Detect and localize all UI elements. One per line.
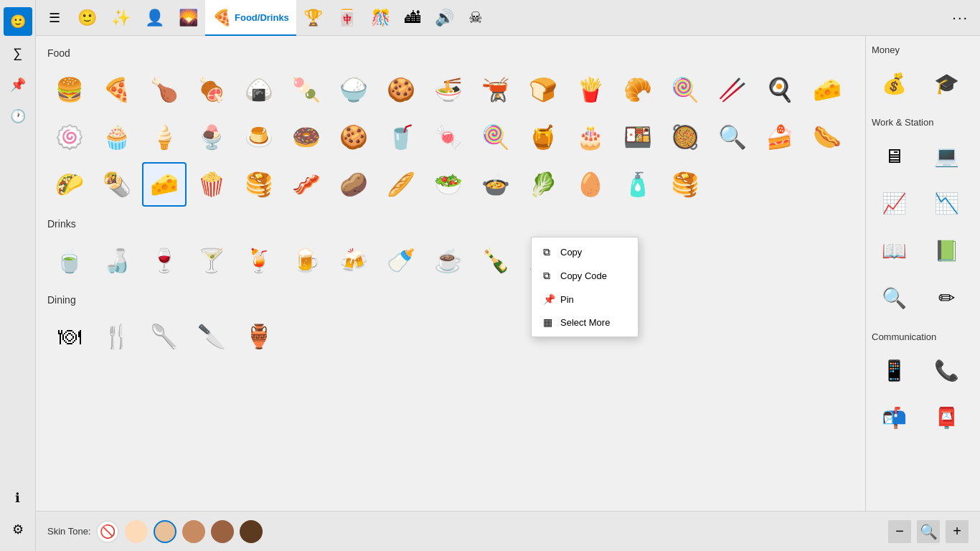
emoji-postbox[interactable]: 📮 xyxy=(925,395,969,440)
emoji-fork-knife[interactable]: 🍴 xyxy=(95,314,139,359)
emoji-mailbox[interactable]: 📬 xyxy=(872,395,916,440)
emoji-cookie2[interactable]: 🍪 xyxy=(331,115,376,159)
tab-sparkles[interactable]: ✨ xyxy=(104,0,138,36)
more-button[interactable]: ··· xyxy=(946,9,974,26)
emoji-pizza[interactable]: 🍕 xyxy=(95,67,139,112)
tab-sound[interactable]: 🔊 xyxy=(428,0,461,36)
tab-nature[interactable]: 🌄 xyxy=(171,0,205,36)
emoji-burger[interactable]: 🍔 xyxy=(47,67,92,112)
emoji-pancakes[interactable]: 🥞 xyxy=(237,162,281,207)
emoji-chart-down[interactable]: 📉 xyxy=(925,181,969,225)
emoji-telephone[interactable]: 📞 xyxy=(925,348,969,392)
tab-smileys[interactable]: 🙂 xyxy=(70,0,104,36)
emoji-leafy-green[interactable]: 🥬 xyxy=(521,162,565,207)
emoji-beer[interactable]: 🍺 xyxy=(284,238,329,283)
emoji-cheese[interactable]: 🧀 xyxy=(805,67,849,112)
emoji-rice[interactable]: 🍚 xyxy=(331,67,376,112)
tab-symbols[interactable]: ☠ xyxy=(461,0,490,36)
emoji-soft-ice-cream[interactable]: 🍦 xyxy=(142,115,187,159)
emoji-sake[interactable]: 🍶 xyxy=(95,238,139,283)
emoji-pancakes2[interactable]: 🥞 xyxy=(663,162,707,207)
emoji-cake2[interactable]: 🎂 xyxy=(568,115,613,159)
context-pin[interactable]: 📌 Pin xyxy=(532,288,638,311)
emoji-chart-up[interactable]: 📈 xyxy=(872,181,916,225)
emoji-cooking[interactable]: 🍳 xyxy=(758,67,802,112)
emoji-cocktail[interactable]: 🍸 xyxy=(189,238,234,283)
context-copy-code[interactable]: ⧉ Copy Code xyxy=(532,264,638,288)
emoji-plate[interactable]: 🍽 xyxy=(47,314,92,359)
emoji-magnifier[interactable]: 🔍 xyxy=(872,276,916,320)
emoji-bread[interactable]: 🍞 xyxy=(521,67,565,112)
zoom-plus-button[interactable]: + xyxy=(946,520,969,543)
skin-medium-light[interactable] xyxy=(154,520,176,543)
emoji-search-food[interactable]: 🔍 xyxy=(710,115,755,159)
sidebar-item-emoji[interactable]: 🙂 xyxy=(4,7,32,36)
emoji-doughnut[interactable]: 🍩 xyxy=(284,115,329,159)
emoji-taco[interactable]: 🌮 xyxy=(47,162,92,207)
emoji-open-book[interactable]: 📖 xyxy=(872,228,916,273)
tab-person[interactable]: 👤 xyxy=(138,0,171,36)
emoji-cup-straw[interactable]: 🥤 xyxy=(379,115,423,159)
sidebar-item-info[interactable]: ℹ xyxy=(4,484,32,512)
emoji-narutomaki[interactable]: 🍥 xyxy=(47,115,92,159)
emoji-wine[interactable]: 🍷 xyxy=(142,238,187,283)
hamburger-button[interactable]: ☰ xyxy=(42,5,67,31)
emoji-mobile[interactable]: 📱 xyxy=(872,348,916,392)
emoji-bento[interactable]: 🍱 xyxy=(616,115,660,159)
emoji-spoon[interactable]: 🥄 xyxy=(142,314,187,359)
emoji-cheese-selected[interactable]: 🧀 xyxy=(142,162,187,207)
emoji-ramen[interactable]: 🍜 xyxy=(426,67,471,112)
emoji-pencil[interactable]: ✏ xyxy=(925,276,969,320)
emoji-tea[interactable]: 🍵 xyxy=(47,238,92,283)
emoji-knife[interactable]: 🔪 xyxy=(189,314,234,359)
emoji-tropical[interactable]: 🍹 xyxy=(237,238,281,283)
emoji-burrito[interactable]: 🌯 xyxy=(95,162,139,207)
emoji-cupcake[interactable]: 🧁 xyxy=(95,115,139,159)
emoji-desktop[interactable]: 🖥 xyxy=(872,133,916,178)
tab-celebration[interactable]: 🎊 xyxy=(364,0,397,36)
emoji-bacon[interactable]: 🥓 xyxy=(284,162,329,207)
tab-food[interactable]: 🍕 Food/Drinks xyxy=(205,0,296,36)
skin-dark[interactable] xyxy=(240,520,263,543)
emoji-soup[interactable]: 🍲 xyxy=(473,162,518,207)
emoji-lollipop[interactable]: 🍭 xyxy=(663,67,707,112)
emoji-croissant[interactable]: 🥐 xyxy=(616,67,660,112)
emoji-rice-ball[interactable]: 🍙 xyxy=(237,67,281,112)
emoji-beers[interactable]: 🍻 xyxy=(331,238,376,283)
emoji-honey[interactable]: 🍯 xyxy=(521,115,565,159)
emoji-baby-bottle[interactable]: 🍼 xyxy=(379,238,423,283)
tab-objects[interactable]: 🀄 xyxy=(330,0,364,36)
emoji-egg[interactable]: 🥚 xyxy=(568,162,613,207)
emoji-lotion[interactable]: 🧴 xyxy=(616,162,660,207)
emoji-laptop[interactable]: 💻 xyxy=(925,133,969,178)
emoji-rice-dumpling[interactable]: 🍡 xyxy=(284,67,329,112)
sidebar-item-clock[interactable]: 🕐 xyxy=(4,102,32,131)
emoji-salad[interactable]: 🥗 xyxy=(426,162,471,207)
emoji-ice-cream[interactable]: 🍨 xyxy=(189,115,234,159)
emoji-hotdog[interactable]: 🌭 xyxy=(805,115,849,159)
emoji-stew[interactable]: 🥘 xyxy=(663,115,707,159)
tab-activities[interactable]: 🏆 xyxy=(296,0,330,36)
skin-no[interactable]: 🚫 xyxy=(96,520,119,543)
emoji-fries[interactable]: 🍟 xyxy=(568,67,613,112)
skin-light[interactable] xyxy=(125,520,148,543)
context-copy[interactable]: ⧉ Copy xyxy=(532,240,638,264)
emoji-chopsticks[interactable]: 🥢 xyxy=(710,67,755,112)
sidebar-item-settings[interactable]: ⚙ xyxy=(4,515,32,544)
emoji-custard[interactable]: 🍮 xyxy=(237,115,281,159)
emoji-candy[interactable]: 🍬 xyxy=(426,115,471,159)
emoji-champagne[interactable]: 🍾 xyxy=(473,238,518,283)
sidebar-item-sum[interactable]: ∑ xyxy=(4,39,32,67)
emoji-pot[interactable]: 🫕 xyxy=(473,67,518,112)
skin-medium[interactable] xyxy=(182,520,205,543)
zoom-search-button[interactable]: 🔍 xyxy=(917,520,940,543)
emoji-poultry-leg[interactable]: 🍗 xyxy=(142,67,187,112)
emoji-coffee[interactable]: ☕ xyxy=(426,238,471,283)
emoji-graduation[interactable]: 🎓 xyxy=(925,61,969,105)
emoji-baguette[interactable]: 🥖 xyxy=(379,162,423,207)
emoji-lollipop2[interactable]: 🍭 xyxy=(473,115,518,159)
emoji-green-book[interactable]: 📗 xyxy=(925,228,969,273)
emoji-popcorn[interactable]: 🍿 xyxy=(189,162,234,207)
emoji-money-bag[interactable]: 💰 xyxy=(872,61,916,105)
zoom-minus-button[interactable]: − xyxy=(888,520,911,543)
